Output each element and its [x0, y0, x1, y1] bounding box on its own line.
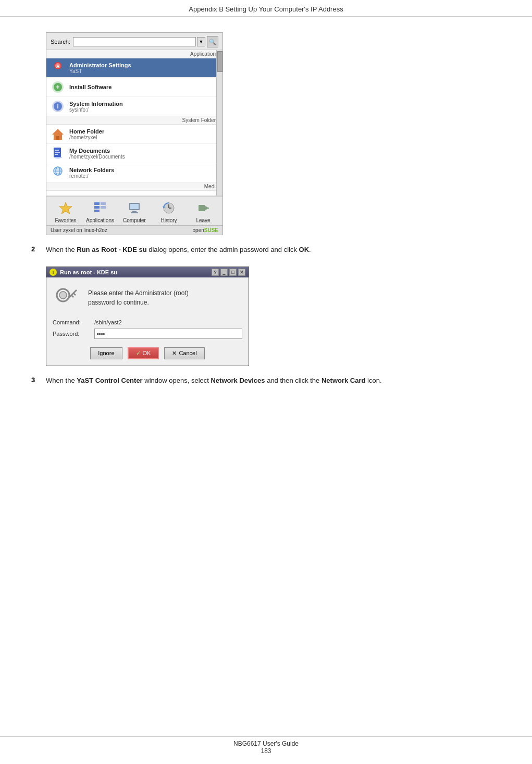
docs-title: My Documents — [69, 148, 125, 154]
step3-end: icon. — [365, 377, 381, 384]
svg-rect-32 — [131, 212, 138, 213]
leave-icon — [195, 200, 212, 216]
kde-titlebar: ! Run as root - KDE su ? _ □ ✕ — [46, 267, 249, 277]
network-text: Network Folders remote:/ — [69, 167, 114, 179]
list-item-home[interactable]: Home Folder /home/zyxel — [46, 125, 222, 144]
search-dropdown-btn[interactable]: ▼ — [197, 37, 205, 46]
admin-text: Administrator Settings YaST — [69, 62, 131, 74]
computer-icon — [126, 200, 143, 216]
network-subtitle: remote:/ — [69, 173, 114, 179]
step2-mid: dialog opens, enter the admin password a… — [147, 246, 299, 253]
svg-rect-30 — [130, 204, 139, 209]
kde-top-section: Please enter the Administrator (root) pa… — [53, 284, 242, 312]
icon-bar-history[interactable]: History — [153, 200, 184, 223]
ok-label: OK — [143, 350, 151, 356]
kde-msg-line2: password to continue. — [88, 298, 189, 307]
ok-button[interactable]: ✓ OK — [128, 347, 159, 359]
icon-bar-leave[interactable]: Leave — [188, 200, 219, 223]
cancel-button[interactable]: ✕ Cancel — [164, 347, 204, 359]
kde-msg-line1: Please enter the Administrator (root) — [88, 288, 189, 298]
svg-rect-31 — [132, 211, 137, 212]
kde-fields: Command: /sbin/yast2 Password: — [53, 319, 242, 339]
status-user: User zyxel on linux-h2oz — [51, 227, 107, 233]
ignore-button[interactable]: Ignore — [90, 347, 122, 359]
svg-rect-10 — [56, 136, 59, 140]
list-item-sysinfo[interactable]: i System Information sysinfo:/ — [46, 97, 222, 116]
scrollbar-thumb[interactable] — [217, 51, 222, 72]
cancel-x-icon: ✕ — [172, 350, 177, 357]
svg-line-44 — [71, 295, 73, 297]
list-item-admin[interactable]: A Administrator Settings YaST — [46, 58, 222, 78]
svg-text:i: i — [57, 103, 58, 110]
svg-rect-13 — [55, 152, 60, 153]
search-input[interactable] — [73, 37, 196, 46]
step3-mid2: and then click the — [265, 377, 321, 384]
scrollbar[interactable] — [216, 50, 222, 196]
header-title: Appendix B Setting Up Your Computer's IP… — [189, 5, 343, 13]
svg-text:+: + — [56, 83, 59, 91]
sysinfo-subtitle: sysinfo:/ — [69, 107, 123, 113]
svg-rect-27 — [101, 202, 106, 205]
list-item-install[interactable]: + Install Software — [46, 78, 222, 97]
section-media-label: Media — [46, 183, 222, 191]
step-2-number: 2 — [31, 245, 46, 253]
footer-page: 183 — [0, 747, 532, 755]
step-3-number: 3 — [31, 375, 46, 384]
home-text: Home Folder /home/zyxel — [69, 128, 104, 140]
kde-close-btn[interactable]: ✕ — [238, 269, 245, 276]
leave-label: Leave — [196, 217, 210, 223]
svg-rect-12 — [55, 150, 59, 151]
media-drive-icon — [51, 193, 65, 196]
step-3-block: 3 When the YaST Control Center window op… — [31, 375, 501, 386]
svg-rect-25 — [94, 206, 100, 209]
install-icon: + — [51, 80, 65, 94]
sysinfo-icon: i — [51, 99, 65, 114]
applications-icon — [92, 200, 108, 216]
ok-check-icon: ✓ — [136, 350, 141, 357]
list-item-network[interactable]: Network Folders remote:/ — [46, 163, 222, 183]
kde-title-icon: ! — [50, 269, 57, 276]
icon-bar-computer[interactable]: Computer — [119, 200, 150, 223]
opensuse-window: Search: ▼ 🔍 Applications A — [46, 32, 223, 235]
footer-guide: NBG6617 User's Guide — [0, 740, 532, 747]
step-3-text: When the YaST Control Center window open… — [46, 375, 382, 386]
password-input[interactable] — [94, 329, 242, 339]
svg-rect-24 — [94, 202, 100, 205]
search-button[interactable]: 🔍 — [207, 36, 218, 47]
list-area: Applications A Administrator Settings Ya… — [46, 50, 222, 196]
icon-bar-favorites[interactable]: Favorites — [50, 200, 81, 223]
svg-rect-28 — [101, 206, 106, 209]
home-subtitle: /home/zyxel — [69, 135, 104, 140]
search-bar: Search: ▼ 🔍 — [46, 33, 222, 50]
docs-text: My Documents /home/zyxel/Documents — [69, 148, 125, 160]
kde-help-btn[interactable]: ? — [212, 269, 219, 276]
section-applications-label: Applications — [46, 50, 222, 58]
list-item-media[interactable]: 2.4G Media (2.0 GB available) — [46, 191, 222, 196]
icon-bar-applications[interactable]: Applications — [84, 200, 116, 223]
kde-dialog: ! Run as root - KDE su ? _ □ ✕ — [46, 266, 249, 366]
kde-maximize-btn[interactable]: □ — [229, 269, 237, 276]
command-value: /sbin/yast2 — [94, 319, 242, 325]
kde-titlebar-buttons: ? _ □ ✕ — [212, 269, 245, 276]
svg-rect-14 — [55, 154, 58, 155]
page-content: Search: ▼ 🔍 Applications A — [0, 17, 532, 407]
opensuse-brand: SUSE — [204, 227, 218, 233]
kde-message: Please enter the Administrator (root) pa… — [88, 288, 189, 307]
section-systemfolders-label: System Folders — [46, 116, 222, 125]
svg-line-43 — [73, 293, 76, 295]
kde-minimize-btn[interactable]: _ — [220, 269, 228, 276]
icon-bar: Favorites Applications — [46, 196, 222, 225]
kde-title-text: Run as root - KDE su — [60, 269, 208, 275]
network-folder-icon — [51, 165, 65, 180]
ignore-label: Ignore — [98, 350, 114, 356]
svg-point-41 — [59, 292, 67, 299]
svg-text:A: A — [56, 64, 60, 69]
admin-title: Administrator Settings — [69, 62, 131, 68]
install-text: Install Software — [69, 84, 112, 90]
kde-key-icon — [53, 284, 81, 312]
command-row: Command: /sbin/yast2 — [53, 319, 242, 325]
docs-subtitle: /home/zyxel/Documents — [69, 154, 125, 160]
step2-ok: OK — [299, 246, 310, 253]
step3-bold1: YaST Control Center — [77, 377, 142, 384]
list-item-docs[interactable]: My Documents /home/zyxel/Documents — [46, 144, 222, 163]
